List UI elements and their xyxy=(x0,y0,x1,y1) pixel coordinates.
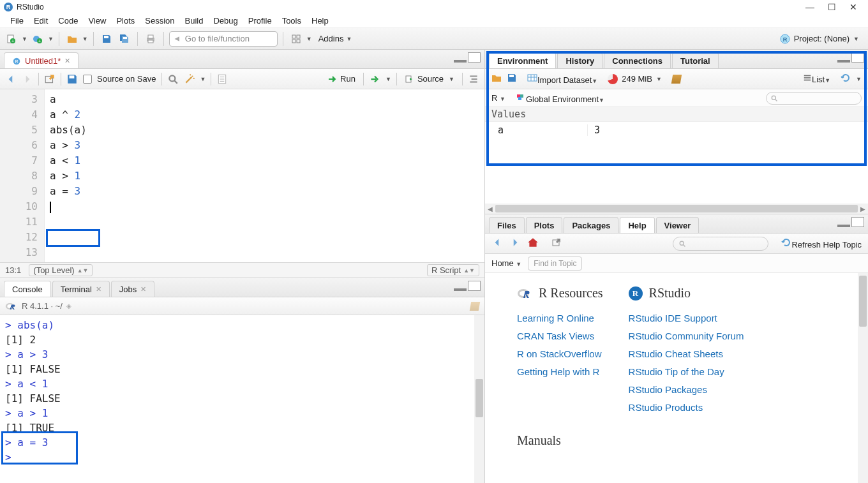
menu-plots[interactable]: Plots xyxy=(111,16,140,26)
help-back-icon[interactable] xyxy=(491,237,503,250)
menu-code[interactable]: Code xyxy=(53,16,83,26)
minimize-pane-button[interactable] xyxy=(454,281,467,291)
console-tab-terminal[interactable]: Terminal✕ xyxy=(52,281,110,297)
maximize-pane-button[interactable] xyxy=(851,52,864,63)
new-file-button[interactable]: + xyxy=(4,31,19,47)
rerun-icon[interactable] xyxy=(369,73,380,85)
minimize-pane-button[interactable] xyxy=(837,52,850,63)
menu-view[interactable]: View xyxy=(83,16,111,26)
help-tab-viewer[interactable]: Viewer xyxy=(656,217,700,233)
source-editor[interactable]: 345678910111213 aa ^ 2abs(a)a > 3a < 1a … xyxy=(0,89,484,262)
scope-selector[interactable]: (Top Level)▲▼ xyxy=(29,264,93,276)
help-link[interactable]: RStudio Products xyxy=(629,399,744,417)
language-selector[interactable]: R Script▲▼ xyxy=(427,264,479,276)
find-in-topic-input[interactable]: Find in Topic xyxy=(528,256,582,271)
pie-icon xyxy=(608,74,618,84)
help-forward-icon[interactable] xyxy=(509,237,521,250)
clear-workspace-icon[interactable] xyxy=(672,75,681,84)
help-tab-packages[interactable]: Packages xyxy=(564,217,618,233)
window-title: RStudio xyxy=(17,3,44,11)
menu-profile[interactable]: Profile xyxy=(243,16,277,26)
env-tab-history[interactable]: History xyxy=(557,52,602,68)
list-view-button[interactable]: List▼ xyxy=(803,73,830,84)
print-button[interactable] xyxy=(143,31,158,47)
save-all-button[interactable] xyxy=(117,31,132,47)
source-on-save-checkbox[interactable] xyxy=(83,75,92,84)
source-button[interactable]: Source▼ xyxy=(402,74,457,84)
save-button[interactable] xyxy=(99,31,114,47)
console-tab-jobs[interactable]: Jobs✕ xyxy=(111,281,154,297)
help-link[interactable]: RStudio Community Forum xyxy=(629,327,744,345)
open-file-button[interactable] xyxy=(64,31,80,47)
run-button[interactable]: Run xyxy=(325,74,358,84)
save-workspace-icon[interactable] xyxy=(507,73,517,85)
help-link[interactable]: RStudio Cheat Sheets xyxy=(629,345,744,363)
clear-console-icon[interactable] xyxy=(470,302,479,311)
help-link[interactable]: RStudio IDE Support xyxy=(629,309,744,327)
addins-menu[interactable]: Addins▼ xyxy=(315,34,356,43)
load-workspace-icon[interactable] xyxy=(491,73,502,85)
help-tab-help[interactable]: Help xyxy=(620,217,654,233)
minimize-button[interactable]: — xyxy=(799,2,821,12)
environment-scope[interactable]: Global Environment▼ xyxy=(516,92,604,104)
menu-file[interactable]: File xyxy=(5,16,29,26)
close-tab-icon[interactable]: ✕ xyxy=(64,57,70,65)
project-menu[interactable]: R Project: (None)▼ xyxy=(775,34,864,44)
help-link[interactable]: R on StackOverflow xyxy=(517,345,603,363)
env-tab-connections[interactable]: Connections xyxy=(604,52,671,68)
close-button[interactable]: ✕ xyxy=(842,2,864,12)
save-icon[interactable] xyxy=(66,73,78,85)
env-row[interactable]: a3 xyxy=(485,122,868,138)
outline-icon[interactable] xyxy=(468,73,479,85)
svg-rect-38 xyxy=(528,75,537,81)
menu-session[interactable]: Session xyxy=(140,16,179,26)
menu-debug[interactable]: Debug xyxy=(208,16,243,26)
help-link[interactable]: Learning R Online xyxy=(517,309,603,327)
maximize-button[interactable]: ☐ xyxy=(821,2,842,12)
help-pane: FilesPlotsPackagesHelpViewer Refresh Hel… xyxy=(485,214,868,483)
svg-rect-14 xyxy=(297,40,300,43)
env-tab-tutorial[interactable]: Tutorial xyxy=(672,52,719,68)
help-link[interactable]: CRAN Task Views xyxy=(517,327,603,345)
menu-help[interactable]: Help xyxy=(306,16,334,26)
help-link[interactable]: Getting Help with R xyxy=(517,363,603,381)
help-scrollbar[interactable] xyxy=(858,273,868,483)
console-output[interactable]: > abs(a)[1] 2> a > 3[1] FALSE> a < 1[1] … xyxy=(0,315,484,483)
menu-build[interactable]: Build xyxy=(180,16,209,26)
maximize-pane-button[interactable] xyxy=(468,281,481,291)
import-dataset-button[interactable]: Import Dataset▼ xyxy=(527,73,597,85)
environment-horizontal-scrollbar[interactable]: ◀▶ xyxy=(485,204,868,214)
help-home-breadcrumb[interactable]: Home ▼ xyxy=(491,258,521,268)
help-tab-files[interactable]: Files xyxy=(489,217,525,233)
maximize-pane-button[interactable] xyxy=(851,217,864,227)
help-link[interactable]: RStudio Tip of the Day xyxy=(629,363,744,381)
show-in-new-window-icon[interactable] xyxy=(44,73,56,85)
help-link[interactable]: RStudio Packages xyxy=(629,381,744,399)
environment-search[interactable] xyxy=(766,92,862,105)
menu-edit[interactable]: Edit xyxy=(29,16,53,26)
wand-icon[interactable] xyxy=(184,73,195,85)
popout-icon[interactable] xyxy=(551,237,562,249)
memory-usage[interactable]: 249 MiB▼ xyxy=(608,74,662,84)
new-project-button[interactable]: + xyxy=(30,31,45,47)
env-tab-environment[interactable]: Environment xyxy=(489,52,556,68)
grid-button[interactable] xyxy=(288,31,304,47)
forward-icon[interactable] xyxy=(22,73,33,85)
refresh-help-button[interactable]: Refresh Help Topic xyxy=(781,237,862,249)
minimize-pane-button[interactable] xyxy=(454,52,467,63)
refresh-icon[interactable] xyxy=(841,73,851,85)
find-icon[interactable] xyxy=(167,73,179,85)
console-tab-console[interactable]: Console xyxy=(4,281,51,297)
console-scrollbar[interactable] xyxy=(474,315,484,483)
minimize-pane-button[interactable] xyxy=(837,217,850,227)
back-icon[interactable] xyxy=(5,73,17,85)
source-tab-untitled[interactable]: R Untitled1* ✕ xyxy=(4,52,79,68)
home-icon[interactable] xyxy=(527,237,539,250)
language-scope[interactable]: R ▼ xyxy=(491,93,505,103)
maximize-pane-button[interactable] xyxy=(468,52,481,63)
goto-file-input[interactable]: Go to file/function xyxy=(169,31,278,47)
menu-tools[interactable]: Tools xyxy=(277,16,306,26)
help-tab-plots[interactable]: Plots xyxy=(526,217,563,233)
help-search[interactable] xyxy=(673,237,768,251)
report-icon[interactable] xyxy=(216,73,228,85)
